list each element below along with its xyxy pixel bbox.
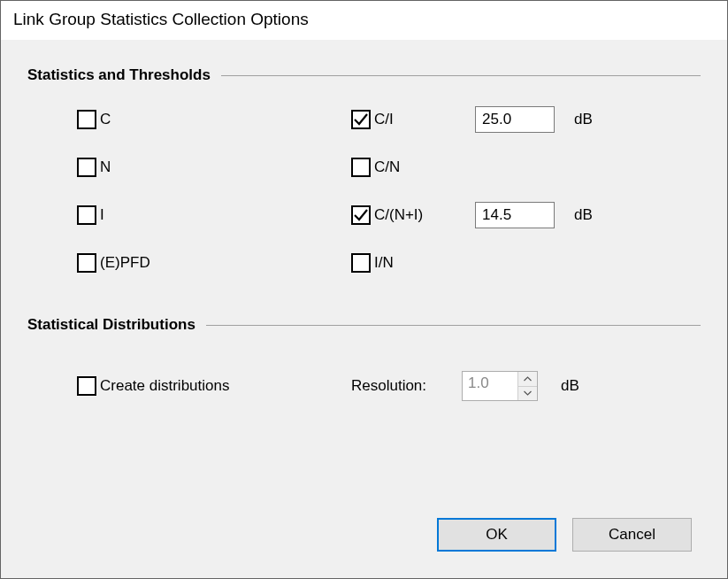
section-title-dist: Statistical Distributions bbox=[27, 316, 195, 334]
checkbox-ci[interactable] bbox=[351, 110, 371, 129]
checkmark-icon bbox=[353, 207, 369, 223]
spinner-down-button[interactable] bbox=[518, 387, 537, 401]
spinner-up-button[interactable] bbox=[518, 372, 537, 387]
section-header-stats: Statistics and Thresholds bbox=[27, 66, 701, 84]
dist-row: Create distributions Resolution: 1.0 dB bbox=[77, 371, 683, 401]
label-i: I bbox=[100, 206, 104, 224]
label-n: N bbox=[100, 158, 111, 176]
section-header-dist: Statistical Distributions bbox=[27, 316, 701, 334]
cancel-button[interactable]: Cancel bbox=[572, 518, 692, 552]
unit-cni: dB bbox=[574, 206, 599, 224]
unit-ci: dB bbox=[574, 111, 599, 128]
input-ci-threshold[interactable] bbox=[475, 106, 555, 133]
button-row: OK Cancel bbox=[27, 500, 701, 560]
stats-grid: C C/I dB N bbox=[77, 105, 683, 277]
label-in: I/N bbox=[374, 254, 394, 272]
label-ci: C/I bbox=[374, 111, 394, 128]
chevron-up-icon bbox=[524, 376, 532, 382]
unit-resolution: dB bbox=[561, 377, 586, 395]
chevron-down-icon bbox=[524, 390, 532, 396]
checkmark-icon bbox=[353, 112, 369, 127]
checkbox-n[interactable] bbox=[77, 158, 96, 177]
checkbox-cni[interactable] bbox=[351, 205, 371, 225]
checkbox-in[interactable] bbox=[351, 253, 371, 273]
checkbox-cn[interactable] bbox=[351, 158, 371, 177]
section-title-stats: Statistics and Thresholds bbox=[27, 66, 211, 84]
section-divider bbox=[206, 325, 701, 326]
ok-button[interactable]: OK bbox=[437, 518, 556, 552]
label-epfd: (E)PFD bbox=[100, 254, 150, 272]
dialog-window: Link Group Statistics Collection Options… bbox=[0, 0, 728, 579]
checkbox-i[interactable] bbox=[77, 205, 96, 225]
checkbox-create-distributions[interactable] bbox=[77, 376, 96, 396]
label-resolution: Resolution: bbox=[351, 377, 462, 395]
label-create-distributions: Create distributions bbox=[100, 377, 229, 395]
label-c: C bbox=[100, 111, 111, 128]
dialog-title: Link Group Statistics Collection Options bbox=[1, 1, 727, 40]
resolution-spinner[interactable]: 1.0 bbox=[462, 371, 538, 401]
checkbox-epfd[interactable] bbox=[77, 253, 96, 273]
label-cni: C/(N+I) bbox=[374, 206, 423, 224]
resolution-value: 1.0 bbox=[463, 372, 517, 400]
checkbox-c[interactable] bbox=[77, 110, 96, 129]
label-cn: C/N bbox=[374, 158, 400, 176]
input-cni-threshold[interactable] bbox=[475, 202, 555, 228]
spinner-buttons bbox=[517, 372, 537, 400]
dialog-content: Statistics and Thresholds C C/I bbox=[1, 40, 727, 578]
section-divider bbox=[221, 75, 701, 76]
